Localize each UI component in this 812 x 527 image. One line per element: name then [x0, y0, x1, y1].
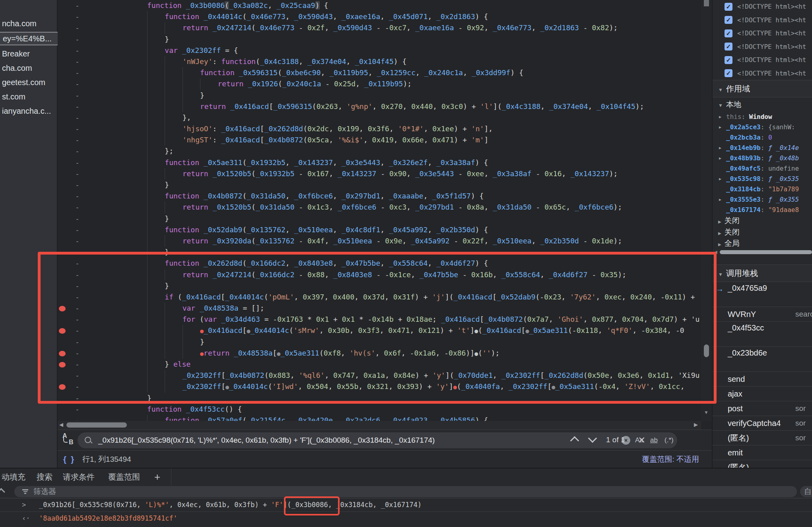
checkbox-checked-icon[interactable]: ✓ — [725, 69, 732, 77]
code-line[interactable]: -function _0x57a0ef(_0x215f4c, _0x3e420e… — [58, 415, 701, 421]
navigator-item[interactable]: st.com — [0, 91, 57, 103]
line-gutter[interactable]: - — [75, 179, 80, 191]
chevron-right-icon[interactable]: ▶ — [719, 174, 721, 184]
code-line[interactable]: -function _0x596315(_0xbe6c90, _0x119b95… — [58, 67, 701, 78]
line-gutter[interactable]: - — [75, 90, 80, 101]
callstack-frame[interactable]: emit — [713, 445, 812, 460]
line-gutter[interactable]: - — [75, 56, 80, 67]
whole-word-toggle[interactable]: ab — [650, 432, 658, 448]
scope-variable-row[interactable]: ▶this: Window — [713, 112, 812, 122]
line-gutter[interactable]: - — [75, 112, 80, 123]
line-gutter[interactable]: - — [75, 34, 80, 45]
callstack-frame[interactable]: send — [713, 372, 812, 387]
console-sidebar-icon[interactable] — [0, 488, 5, 496]
navigator-item[interactable]: ey=%E4%B... — [0, 32, 63, 45]
code-line[interactable]: -function _0x52dab9(_0x135762, _0x510eea… — [58, 224, 701, 235]
scope-variable-row[interactable]: _0x49afc5: undefine — [713, 163, 812, 174]
chevron-right-icon[interactable]: ▶ — [719, 153, 721, 163]
code-line[interactable]: -}, — [58, 112, 701, 123]
line-gutter[interactable]: - — [75, 157, 80, 168]
dom-breakpoint-row[interactable]: ✓<!DOCTYPE html><ht — [713, 67, 812, 80]
coverage-status-link[interactable]: 覆盖范围: 不适用 — [642, 451, 699, 468]
dom-breakpoint-row[interactable]: ✓<!DOCTYPE html><ht — [713, 40, 812, 54]
line-gutter[interactable]: - — [75, 0, 80, 11]
dom-breakpoint-row[interactable]: ✓<!DOCTYPE html><ht — [713, 0, 812, 14]
dom-breakpoint-row[interactable]: ✓<!DOCTYPE html><ht — [713, 53, 812, 67]
line-gutter[interactable]: - — [75, 11, 80, 22]
scope-variable-row[interactable]: ▶_0x535c98: ƒ _0x535 — [713, 174, 812, 184]
line-gutter[interactable]: - — [75, 191, 80, 202]
code-line[interactable]: -} — [58, 179, 701, 191]
scope-section-header[interactable]: ▼作用域 — [713, 80, 812, 97]
scope-variable-row[interactable]: ▶_0x48b93b: ƒ _0x48b — [713, 153, 812, 163]
callstack-frame[interactable]: WVRnYsearch?key= — [713, 307, 812, 322]
code-line[interactable]: -'nhgST': _0x416acd[_0x4b0872(0x5ca, '%&… — [58, 134, 701, 146]
code-line[interactable]: -return _0x1926(_0x240c1a - 0x25d, _0x11… — [58, 78, 701, 89]
editor-hscrollbar[interactable]: ◀ ▶ — [58, 421, 701, 430]
line-gutter[interactable]: - — [75, 101, 80, 112]
line-gutter[interactable]: - — [75, 415, 80, 421]
line-gutter[interactable]: - — [75, 224, 80, 235]
console-filter-input[interactable]: 筛选器 — [14, 486, 797, 497]
find-query[interactable]: _0x91b26[_0x535c98(0x716, 'L)%*', 0x4ec,… — [98, 432, 435, 448]
code-line[interactable]: -} — [58, 213, 701, 224]
scope-group-row[interactable]: ▶关闭 — [713, 227, 812, 238]
drawer-tab[interactable]: 覆盖范围 — [108, 469, 140, 485]
code-line[interactable]: -'nWJey': function(_0x4c3188, _0x374e04,… — [58, 56, 701, 67]
drawer-tab[interactable]: 请求条件 — [63, 469, 95, 485]
chevron-right-icon[interactable]: ▶ — [719, 143, 721, 153]
dom-breakpoint-row[interactable]: ✓<!DOCTYPE html><ht — [713, 14, 812, 27]
drawer-tab[interactable]: 动填充 — [2, 469, 25, 485]
navigator-item[interactable]: Breaker — [0, 48, 57, 60]
checkbox-checked-icon[interactable]: ✓ — [725, 56, 732, 64]
code-line[interactable]: -return _0x1520b5(_0x31da50 - 0x1c3, _0x… — [58, 202, 701, 213]
hscroll-thumb[interactable] — [66, 422, 127, 428]
line-gutter[interactable]: - — [75, 235, 80, 247]
console-command-row[interactable]: > _0x91b26[_0x535c98(0x716, 'L)%*', 0x4e… — [0, 498, 812, 512]
callstack-frame[interactable]: ajax — [713, 387, 812, 401]
callstack-frame[interactable]: →_0x4765a9search?key= — [713, 282, 812, 307]
code-line[interactable]: -return _0x247214(_0x46e773 - 0x2f, _0x5… — [58, 22, 701, 33]
callstack-frame[interactable]: postsor — [713, 401, 812, 416]
dom-breakpoint-row[interactable]: ✓<!DOCTYPE html><ht — [713, 27, 812, 40]
callstack-frame[interactable]: (匿名)sor — [713, 431, 812, 445]
navigator-item[interactable]: ianyancha.c... — [0, 105, 57, 117]
code-line[interactable]: -} — [58, 34, 701, 45]
code-line[interactable]: -'hjsoO': _0x416acd[_0x262d8d(0x2dc, 0x1… — [58, 123, 701, 134]
scope-variable-row[interactable]: ▶_0x14eb9b: ƒ _0x14e — [713, 143, 812, 153]
code-line[interactable]: -function _0x44014c(_0x46e773, _0x590d43… — [58, 11, 701, 22]
code-line[interactable]: -return _0x1520b5(_0x1932b5 - 0x167, _0x… — [58, 168, 701, 179]
code-line[interactable]: -function _0x3b0086(_0x3a082c, _0x25caa9… — [58, 0, 701, 11]
line-gutter[interactable]: - — [75, 134, 80, 146]
scope-variable-row[interactable]: _0x2bcb3a: 0 — [713, 132, 812, 143]
scope-hscroll-thumb[interactable] — [720, 250, 812, 254]
line-gutter[interactable]: - — [75, 22, 80, 33]
console-result-row[interactable]: ‹· '8aa0d61ab5492e18e82b3fd8915741cf' — [0, 511, 812, 525]
line-gutter[interactable]: - — [75, 78, 80, 89]
callstack-frame[interactable]: _0x23bd6esearch?key= — [713, 347, 812, 372]
code-line[interactable]: -return _0x3920da(_0x135762 - 0x4f, _0x5… — [58, 235, 701, 247]
line-gutter[interactable]: - — [75, 45, 80, 56]
code-line[interactable]: -function _0x4f53cc() { — [58, 404, 701, 415]
code-line[interactable]: -function _0x4b0872(_0x31da50, _0xf6bce6… — [58, 191, 701, 202]
chevron-right-icon[interactable]: ▶ — [719, 112, 721, 122]
scope-variable-row[interactable]: ▶_0x3555e3: ƒ _0x355 — [713, 194, 812, 205]
line-gutter[interactable]: - — [75, 146, 80, 157]
scope-local-row[interactable]: ▼本地 — [713, 97, 812, 112]
callstack-section-header[interactable]: ▼调用堆栈 — [713, 264, 812, 282]
checkbox-checked-icon[interactable]: ✓ — [725, 16, 732, 24]
scope-variable-row[interactable]: ▶_0x2a5ce3: {sanhW: — [713, 122, 812, 132]
scope-hscrollbar[interactable]: ◀ — [713, 249, 812, 255]
callstack-frame[interactable]: _0x4f53ccsearch?key= — [713, 322, 812, 347]
line-gutter[interactable]: - — [75, 213, 80, 224]
callstack-frame[interactable]: verifyCaptcha4sor — [713, 416, 812, 431]
checkbox-checked-icon[interactable]: ✓ — [725, 3, 732, 11]
checkbox-checked-icon[interactable]: ✓ — [725, 29, 732, 37]
chevron-right-icon[interactable]: ▶ — [719, 194, 721, 205]
code-line[interactable]: -} — [58, 90, 701, 101]
regex-toggle[interactable]: (.*) — [664, 432, 674, 448]
drawer-tab[interactable]: 搜索 — [37, 469, 52, 485]
scroll-right-icon[interactable]: ▶ — [694, 422, 698, 428]
scroll-down-icon[interactable]: ▼ — [704, 410, 709, 415]
find-replace-icon[interactable]: A B — [62, 433, 76, 447]
